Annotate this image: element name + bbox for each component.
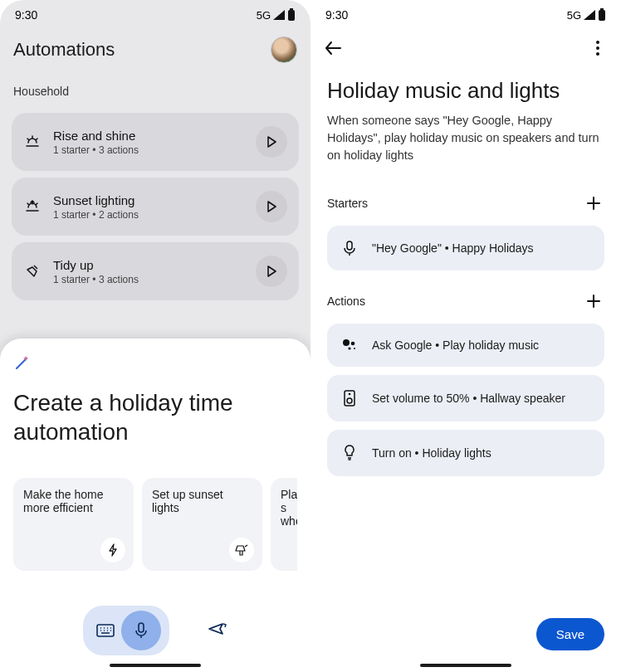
suggestions-row[interactable]: Make the home more efficient Set up suns… [13,478,297,571]
battery-icon [287,8,296,22]
action-card[interactable]: Set volume to 50% • Hallway speaker [327,375,604,421]
starter-card[interactable]: "Hey Google" • Happy Holidays [327,226,604,270]
phone-right: 9:30 5G Holiday music and lights When so… [310,0,621,672]
keyboard-button[interactable] [96,621,115,640]
svg-point-8 [596,52,599,56]
avatar[interactable] [271,37,297,63]
bolt-icon [107,543,119,557]
create-sheet: Create a holiday time automation Make th… [0,338,310,672]
status-network: 5G [567,9,581,22]
more-vert-icon [596,41,599,56]
action-card[interactable]: Turn on • Holiday lights [327,430,604,476]
sunrise-icon [23,134,42,149]
automation-name: Sunset lighting [53,193,244,207]
magic-wand-icon [13,353,32,372]
svg-point-6 [596,41,599,44]
battery-icon [598,8,606,22]
automation-description: When someone says "Hey Google, Happy Hol… [327,112,604,164]
suggestion-text: Play s when [281,488,297,528]
input-bar [0,606,310,655]
home-indicator[interactable] [420,664,511,667]
svg-rect-5 [600,8,604,10]
play-button[interactable] [256,256,287,287]
assistant-icon [340,338,359,352]
suggestion-text: Set up sunset lights [152,488,223,514]
send-button[interactable] [208,621,227,640]
svg-rect-3 [139,623,144,632]
starters-header: Starters [327,192,604,214]
sheet-title: Create a holiday time automation [13,388,297,446]
automations-header: Automations [0,27,310,70]
plus-icon [586,294,601,309]
add-starter-button[interactable] [583,192,604,214]
svg-point-13 [354,348,355,349]
status-bar: 9:30 5G [310,0,621,27]
svg-point-7 [596,46,599,50]
action-text: Ask Google • Play holiday music [372,338,539,352]
mic-icon [134,622,148,639]
automation-row[interactable]: Sunset lighting 1 starter • 2 actions [12,178,299,236]
action-text: Turn on • Holiday lights [372,446,491,460]
automation-sub: 1 starter • 3 actions [53,274,244,285]
automation-sub: 1 starter • 3 actions [53,144,244,156]
svg-rect-1 [290,8,293,10]
speaker-icon [340,390,359,407]
svg-point-11 [351,342,355,346]
save-button[interactable]: Save [536,618,604,650]
svg-point-12 [348,347,350,349]
arrow-left-icon [324,41,342,56]
plus-icon [586,196,601,211]
play-icon [266,136,277,148]
action-card[interactable]: Ask Google • Play holiday music [327,324,604,367]
automation-row[interactable]: Tidy up 1 starter • 3 actions [12,242,299,300]
signal-icon [583,9,596,21]
play-button[interactable] [256,191,287,222]
svg-rect-4 [599,10,605,21]
suggestion-card[interactable]: Play s when [271,478,297,571]
play-icon [266,265,277,277]
automation-name: Tidy up [53,258,244,272]
more-button[interactable] [588,38,608,58]
signal-icon [272,9,286,21]
back-button[interactable] [324,38,344,58]
starter-text: "Hey Google" • Happy Holidays [372,241,534,255]
detail-header [310,27,621,65]
lamp-icon [235,543,248,557]
suggestion-card[interactable]: Set up sunset lights [142,478,262,571]
bulb-icon [340,445,359,461]
mic-icon [340,241,359,256]
automation-title: Holiday music and lights [327,78,604,104]
svg-rect-0 [288,10,295,21]
svg-point-15 [349,393,351,396]
section-household: Household [0,70,310,106]
actions-header: Actions [327,290,604,312]
status-right: 5G [257,8,296,22]
automation-name: Rise and shine [53,129,244,143]
status-right: 5G [567,8,606,22]
suggestion-icon-wrap [229,538,254,562]
svg-point-16 [347,398,352,403]
detail-body: Holiday music and lights When someone sa… [310,65,621,476]
play-icon [266,201,277,212]
automation-row[interactable]: Rise and shine 1 starter • 3 actions [12,113,299,171]
status-time: 9:30 [15,8,37,22]
keyboard-icon [96,624,115,637]
status-bar: 9:30 5G [0,0,310,27]
play-button[interactable] [256,126,287,158]
send-icon [208,621,227,636]
status-time: 9:30 [325,8,348,22]
suggestion-card[interactable]: Make the home more efficient [13,478,134,571]
mic-button[interactable] [121,611,161,650]
phone-left: 9:30 5G Automations Household Rise and s… [0,0,310,672]
home-indicator[interactable] [110,664,201,667]
suggestion-icon-wrap [100,538,125,562]
status-network: 5G [257,9,271,22]
page-title: Automations [13,39,115,61]
add-action-button[interactable] [583,290,604,312]
broom-icon [23,263,42,280]
starters-label: Starters [327,197,368,210]
svg-point-10 [343,339,350,346]
svg-rect-9 [347,241,352,250]
sunset-icon [23,199,42,214]
input-pill [83,606,169,655]
